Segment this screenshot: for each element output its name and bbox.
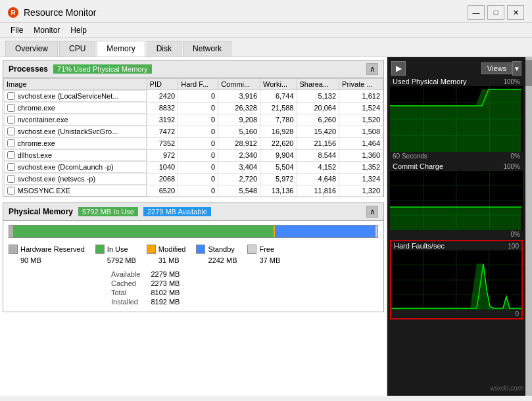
views-dropdown-btn[interactable]: ▼ (512, 61, 521, 76)
cell-hardf: 0 (178, 185, 218, 197)
graph2-svg (390, 171, 523, 230)
col-working[interactable]: Worki... (260, 79, 297, 90)
processes-header-left: Processes 71% Used Physical Memory (9, 64, 152, 74)
tab-memory[interactable]: Memory (97, 41, 145, 57)
legend-color-free (247, 245, 256, 254)
col-shared[interactable]: Sharea... (297, 79, 339, 90)
cell-commit: 2,340 (218, 149, 260, 161)
col-image[interactable]: Image (4, 79, 147, 90)
cell-shared: 15,420 (297, 126, 339, 137)
cell-image: nvcontainer.exe (4, 114, 147, 126)
col-private[interactable]: Private ... (339, 79, 383, 90)
mem-standby-bar (275, 225, 375, 237)
cell-pid: 2420 (147, 90, 178, 103)
cell-private: 1,352 (339, 161, 383, 173)
table-row: svchost.exe (UnistackSvcGro... 7472 0 5,… (4, 126, 383, 137)
processes-header[interactable]: Processes 71% Used Physical Memory ∧ (3, 60, 383, 78)
legend-standby: Standby 2242 MB (196, 245, 237, 264)
legend-color-modified (147, 245, 156, 254)
graph2-container: Commit Charge 100% (390, 162, 523, 239)
process-name: MSOSYNC.EXE (18, 187, 71, 195)
processes-badge: 71% Used Physical Memory (53, 64, 152, 74)
menu-file[interactable]: File (5, 24, 28, 36)
graph-nav-button[interactable]: ▶ (391, 61, 406, 76)
col-pid[interactable]: PID (147, 79, 178, 90)
cell-commit: 28,912 (218, 137, 260, 149)
mem-inuse-bar (13, 225, 273, 237)
graph3-bottom-value: 0 (515, 310, 519, 318)
graph3-label: Hard Faults/sec (394, 242, 445, 250)
process-checkbox[interactable] (7, 187, 15, 195)
legend-free: Free 37 MB (247, 245, 280, 264)
watermark: wsxdn.com (490, 385, 523, 392)
cell-image: svchost.exe (LocalServiceNet... (4, 90, 147, 102)
views-button[interactable]: Views (481, 62, 512, 74)
cell-shared: 11,816 (297, 185, 339, 197)
cell-pid: 8832 (147, 102, 178, 114)
table-row: svchost.exe (netsvcs -p) 2068 0 2,720 5,… (4, 173, 383, 185)
cell-commit: 5,548 (218, 185, 260, 197)
app-icon: R (8, 7, 18, 18)
scrollbar-thumb[interactable] (525, 60, 532, 86)
processes-table-scroll[interactable]: Image PID Hard F... Commi... Worki... Sh… (3, 78, 383, 197)
cell-image: dllhost.exe (4, 149, 147, 161)
cell-pid: 972 (147, 149, 178, 161)
process-checkbox[interactable] (7, 116, 15, 124)
tab-network[interactable]: Network (183, 41, 231, 57)
scrollbar[interactable] (525, 57, 532, 396)
cell-image: svchost.exe (UnistackSvcGro... (4, 126, 147, 137)
tab-overview[interactable]: Overview (5, 41, 58, 57)
process-checkbox[interactable] (7, 175, 15, 183)
tab-disk[interactable]: Disk (147, 41, 181, 57)
minimize-button[interactable]: — (468, 5, 485, 20)
cell-private: 1,464 (339, 137, 383, 149)
legend-label-standby: Standby (208, 245, 234, 253)
legend-label-hardware: Hardware Reserved (20, 245, 85, 253)
cell-image: chrome.exe (4, 137, 147, 149)
menu-help[interactable]: Help (65, 24, 92, 36)
cell-working: 6,744 (260, 90, 297, 103)
cell-working: 5,504 (260, 161, 297, 173)
col-commit[interactable]: Commi... (218, 79, 260, 90)
processes-collapse-btn[interactable]: ∧ (366, 63, 378, 75)
svg-marker-13 (390, 207, 521, 230)
menu-monitor[interactable]: Monitor (28, 24, 65, 36)
right-panel-header: ▶ Views ▼ (390, 60, 523, 77)
graph3-top-value: 100 (508, 243, 519, 250)
legend-value-modified: 31 MB (147, 256, 180, 264)
process-checkbox[interactable] (7, 128, 15, 135)
maximize-button[interactable]: □ (487, 5, 504, 20)
process-checkbox[interactable] (7, 92, 15, 100)
cell-shared: 20,064 (297, 102, 339, 114)
graph3-svg (391, 250, 521, 310)
cell-pid: 1040 (147, 161, 178, 173)
legend-hardware: Hardware Reserved 90 MB (9, 245, 85, 264)
stat-installed-label: Installed (109, 297, 143, 306)
cell-image: MSOSYNC.EXE (4, 185, 147, 197)
cell-hardf: 0 (178, 102, 218, 114)
physical-memory-header[interactable]: Physical Memory 5792 MB In Use 2279 MB A… (3, 203, 383, 221)
cell-image: svchost.exe (netsvcs -p) (4, 173, 147, 185)
stat-cached-value: 2273 MB (143, 279, 182, 288)
title-text: Resource Monitor (24, 7, 97, 18)
legend-modified: Modified 31 MB (147, 245, 186, 264)
col-hardf[interactable]: Hard F... (178, 79, 218, 90)
close-button[interactable]: ✕ (507, 5, 524, 20)
process-checkbox[interactable] (7, 163, 15, 171)
process-checkbox[interactable] (7, 104, 15, 112)
process-checkbox[interactable] (7, 151, 15, 159)
process-name: svchost.exe (UnistackSvcGro... (18, 128, 118, 135)
cell-image: svchost.exe (DcomLaunch -p) (4, 161, 147, 173)
tab-cpu[interactable]: CPU (59, 41, 95, 57)
legend-value-hardware: 90 MB (9, 256, 41, 264)
cell-shared: 5,132 (297, 90, 339, 103)
cell-working: 22,620 (260, 137, 297, 149)
physical-memory-collapse-btn[interactable]: ∧ (366, 206, 378, 218)
legend-inuse: In Use 5792 MB (95, 245, 136, 264)
cell-shared: 8,544 (297, 149, 339, 161)
process-name: svchost.exe (netsvcs -p) (18, 175, 96, 183)
cell-working: 16,928 (260, 126, 297, 137)
process-checkbox[interactable] (7, 139, 15, 147)
cell-private: 1,508 (339, 126, 383, 137)
cell-pid: 7472 (147, 126, 178, 137)
